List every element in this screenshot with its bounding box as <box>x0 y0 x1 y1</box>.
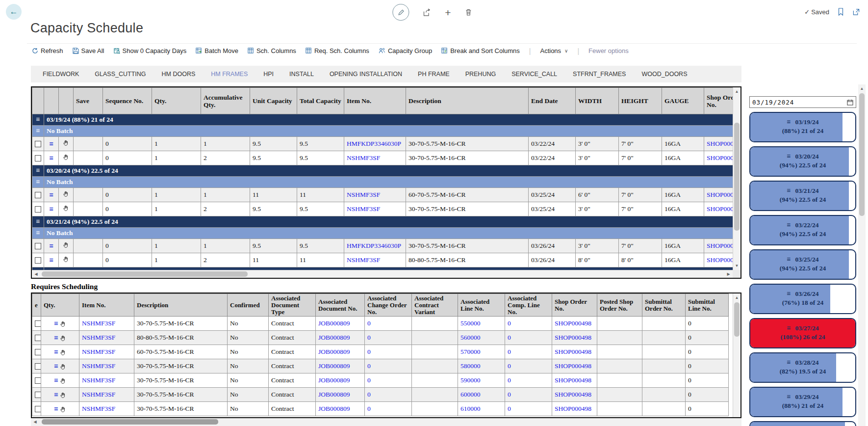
document-link[interactable]: JOB000809 <box>318 362 350 370</box>
item-link[interactable]: NSHMF3SF <box>82 348 115 355</box>
drag-hand-icon[interactable] <box>63 191 69 197</box>
col-height[interactable]: HEIGHT <box>619 88 662 114</box>
refresh-button[interactable]: Refresh <box>32 47 63 54</box>
col-gauge[interactable]: GAUGE <box>662 88 704 114</box>
drag-hand-icon[interactable] <box>60 378 66 384</box>
shop-order-link[interactable]: SHOP0005 <box>707 154 733 161</box>
comp-line-link[interactable]: 0 <box>508 334 511 341</box>
drag-hand-icon[interactable] <box>60 321 66 327</box>
req-sch-columns-button[interactable]: Req. Sch. Columns <box>306 47 369 54</box>
tab-hm-doors[interactable]: HM DOORS <box>154 71 204 78</box>
shop-order-link[interactable]: SHOP000498 <box>555 348 591 355</box>
menu-icon[interactable]: ≡ <box>36 116 40 123</box>
drag-hand-icon[interactable] <box>60 392 66 399</box>
col-description[interactable]: Description <box>406 88 529 114</box>
menu-icon[interactable]: ≡ <box>49 205 53 213</box>
col-assoc-doc-type[interactable]: Associated Document Type <box>269 294 316 317</box>
scroll-left-icon[interactable]: ◀ <box>31 418 39 426</box>
show-0-capacity-days-button[interactable]: Show 0 Capacity Days <box>114 47 187 54</box>
shop-order-link[interactable]: SHOP000498 <box>555 334 591 341</box>
fewer-options-button[interactable]: Fewer options <box>588 47 629 54</box>
bookmark-icon[interactable] <box>837 8 844 16</box>
row-checkbox[interactable] <box>35 155 41 161</box>
row-checkbox[interactable] <box>35 243 41 249</box>
row-checkbox[interactable] <box>35 257 41 264</box>
line-no-link[interactable]: 580000 <box>460 362 481 370</box>
scroll-right-icon[interactable]: ▶ <box>725 270 732 278</box>
menu-icon[interactable]: ≡ <box>54 391 58 399</box>
menu-icon[interactable]: ≡ <box>54 334 58 342</box>
tab-opening-installation[interactable]: OPENING INSTALLATION <box>322 71 410 78</box>
drag-hand-icon[interactable] <box>60 364 66 370</box>
menu-icon[interactable]: ≡ <box>54 405 58 413</box>
menu-icon[interactable]: ≡ <box>787 324 791 332</box>
menu-icon[interactable]: ≡ <box>787 393 791 400</box>
line-no-link[interactable]: 600000 <box>460 391 481 398</box>
document-link[interactable]: JOB000809 <box>318 334 350 341</box>
menu-icon[interactable]: ≡ <box>787 153 791 160</box>
row-checkbox[interactable] <box>35 363 41 370</box>
menu-icon[interactable]: ≡ <box>787 187 791 194</box>
change-order-link[interactable]: 0 <box>367 391 371 398</box>
requires-vertical-scrollbar[interactable]: ▲ <box>733 293 740 417</box>
shop-order-link[interactable]: SHOP0005 <box>707 242 733 249</box>
row-checkbox[interactable] <box>35 320 41 327</box>
col-assoc-comp-line-no[interactable]: Associated Comp. Line No. <box>505 294 552 317</box>
date-picker-input[interactable]: 03/19/2024 <box>749 96 856 108</box>
row-checkbox[interactable] <box>35 349 41 355</box>
col-shop-order-no[interactable]: Shop Order No. <box>552 294 597 317</box>
menu-icon[interactable]: ≡ <box>36 178 40 186</box>
comp-line-link[interactable]: 0 <box>508 320 511 327</box>
col-end-date[interactable]: End Date <box>529 88 576 114</box>
menu-icon[interactable]: ≡ <box>54 348 58 356</box>
line-no-link[interactable]: 610000 <box>460 405 481 412</box>
col-qty[interactable]: Qty. <box>41 294 79 317</box>
col-submittal-line-no[interactable]: Submittal Line No. <box>686 294 729 317</box>
line-no-link[interactable]: 560000 <box>460 334 481 341</box>
document-link[interactable]: JOB000809 <box>318 405 350 412</box>
row-checkbox[interactable] <box>35 377 41 384</box>
col-shop-order-no[interactable]: Shop Order No. <box>704 88 733 114</box>
menu-icon[interactable]: ≡ <box>36 229 40 237</box>
item-link[interactable]: NSHMF3SF <box>82 391 115 398</box>
capacity-group-button[interactable]: Capacity Group <box>379 47 432 54</box>
schedule-horizontal-scrollbar[interactable]: ◀ ▶ <box>32 270 733 278</box>
batch-move-button[interactable]: Batch Move <box>196 47 238 54</box>
document-link[interactable]: JOB000809 <box>318 320 350 327</box>
capacity-day-card[interactable]: ≡03/27/24 (108%) 26 of 24 <box>749 318 856 348</box>
tab-service-call[interactable]: SERVICE_CALL <box>504 71 565 78</box>
scroll-up-icon[interactable]: ▲ <box>733 294 740 301</box>
edit-button[interactable] <box>392 4 409 21</box>
capacity-day-card[interactable]: ≡03/28/24 (82%) 19.5 of 24 <box>749 352 856 383</box>
col-assoc-contract-variant[interactable]: Associated Contract Variant <box>412 294 458 317</box>
menu-icon[interactable]: ≡ <box>787 118 791 126</box>
item-link[interactable]: NSHMF3SF <box>347 205 380 213</box>
row-checkbox[interactable] <box>35 335 41 341</box>
shop-order-link[interactable]: SHOP0005 <box>707 191 733 198</box>
col-sequence-no[interactable]: Sequence No. <box>103 88 152 114</box>
shop-order-link[interactable]: SHOP0005 <box>707 140 733 147</box>
col-confirmed[interactable]: Confirmed <box>228 294 269 317</box>
capacity-day-card[interactable]: ≡03/22/24 (94%) 22.5 of 24 <box>749 215 856 245</box>
tab-glass-cutting[interactable]: GLASS_CUTTING <box>87 71 153 78</box>
comp-line-link[interactable]: 0 <box>508 405 511 412</box>
drag-hand-icon[interactable] <box>63 242 69 248</box>
capacity-day-card[interactable]: ≡03/20/24 (94%) 22.5 of 24 <box>749 146 856 177</box>
row-checkbox[interactable] <box>35 192 41 198</box>
row-checkbox[interactable] <box>35 206 41 213</box>
menu-icon[interactable]: ≡ <box>54 362 58 370</box>
row-checkbox[interactable] <box>35 392 41 398</box>
col-accumulative-qty[interactable]: Accumulative Qty. <box>201 88 250 114</box>
drag-hand-icon[interactable] <box>63 205 69 212</box>
drag-hand-icon[interactable] <box>63 256 69 263</box>
shop-order-link[interactable]: SHOP000498 <box>555 405 591 412</box>
tab-install[interactable]: INSTALL <box>281 71 322 78</box>
line-no-link[interactable]: 590000 <box>460 376 481 384</box>
shop-order-link[interactable]: SHOP000498 <box>555 362 591 370</box>
menu-icon[interactable]: ≡ <box>787 256 791 263</box>
item-link[interactable]: NSHMF3SF <box>347 256 380 264</box>
menu-icon[interactable]: ≡ <box>49 191 53 199</box>
menu-icon[interactable]: ≡ <box>36 127 40 134</box>
comp-line-link[interactable]: 0 <box>508 362 511 370</box>
shop-order-link[interactable]: SHOP000498 <box>555 320 591 327</box>
